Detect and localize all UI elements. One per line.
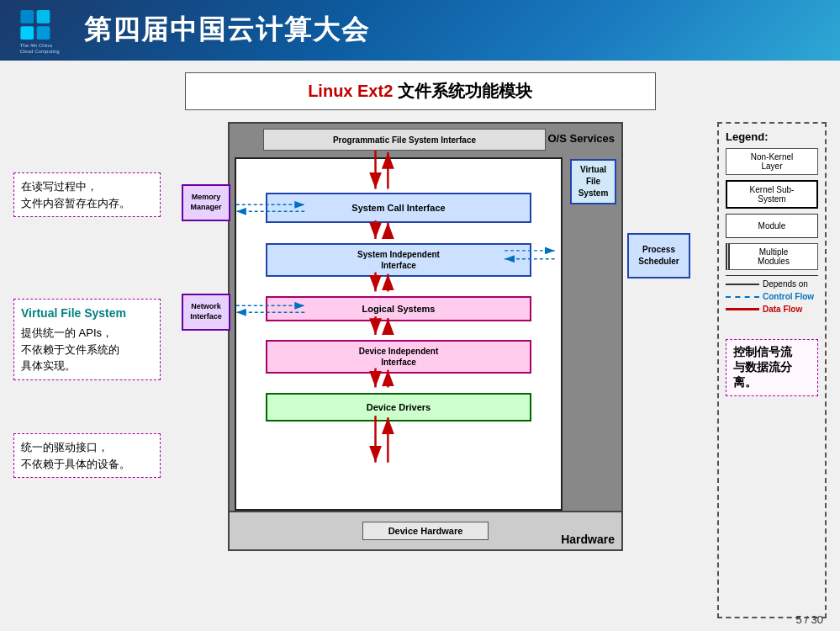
bottom-ann2: 与数据流分离。: [733, 360, 811, 390]
logical-systems-box: Logical Systems: [266, 296, 531, 321]
main-content: Linux Ext2 文件系统功能模块 在读写过程中， 文件内容暂存在内存。 V…: [0, 61, 840, 631]
legend-kernel-subsystem: Kernel Sub-System: [726, 180, 818, 209]
os-services-label: O/S Services: [548, 132, 615, 145]
legend-non-kernel: Non-KernelLayer: [726, 148, 818, 175]
legend-data-flow: Data Flow: [726, 305, 818, 314]
process-scheduler-box: ProcessScheduler: [627, 233, 690, 278]
legend-box: Legend: Non-KernelLayer Kernel Sub-Syste…: [717, 122, 827, 618]
annotation-3: 统一的驱动接口， 不依赖于具体的设备。: [13, 433, 161, 478]
outer-box: O/S Services Programmatic File System In…: [228, 122, 623, 551]
bottom-annotation-box: 控制信号流 与数据流分离。: [726, 339, 818, 396]
sys-call-interface-box: System Call Interface: [266, 193, 531, 223]
annotation-2: Virtual File System 提供统一的 APIs， 不依赖于文件系统…: [13, 299, 161, 380]
ann2-line2: 不依赖于文件系统的: [21, 342, 153, 358]
vfs-label-box: VirtualFileSystem: [570, 159, 616, 204]
dev-indep-interface-box: Device IndependentInterface: [266, 340, 531, 374]
header: The 4th China Cloud Computing 第四届中国云计算大会: [0, 0, 840, 61]
dev-drivers-box: Device Drivers: [266, 393, 531, 422]
ann3-line2: 不依赖于具体的设备。: [21, 456, 153, 473]
page-number: 5 / 30: [795, 613, 823, 626]
logo: The 4th China Cloud Computing: [17, 5, 76, 56]
svg-text:The 4th China: The 4th China: [20, 42, 53, 48]
left-annotations: 在读写过程中， 文件内容暂存在内存。 Virtual File System 提…: [13, 122, 161, 618]
diagram-area: 在读写过程中， 文件内容暂存在内存。 Virtual File System 提…: [13, 122, 827, 618]
dev-hardware-box: Device Hardware: [362, 522, 489, 540]
legend-multiple-modules: MultipleModules: [726, 243, 818, 270]
svg-rect-3: [37, 26, 50, 40]
annotation-1: 在读写过程中， 文件内容暂存在内存。: [13, 172, 161, 217]
ann2-line1: 提供统一的 APIs，: [21, 325, 153, 342]
ann1-text: 在读写过程中， 文件内容暂存在内存。: [21, 180, 130, 209]
legend-depends-on: Depends on: [726, 279, 818, 289]
legend-control-flow: Control Flow: [726, 292, 818, 301]
kernel-inner-area: System Call Interface System Independent…: [235, 157, 563, 511]
memory-manager-box: MemoryManager: [182, 184, 230, 221]
hardware-label: Hardware: [561, 533, 615, 546]
ann3-line1: 统一的驱动接口，: [21, 439, 153, 456]
legend-module: Module: [726, 214, 818, 238]
svg-text:Cloud Computing: Cloud Computing: [20, 48, 60, 54]
center-diagram: O/S Services Programmatic File System In…: [177, 122, 709, 618]
hardware-area: Device Hardware Hardware: [230, 511, 621, 549]
header-title: 第四届中国云计算大会: [84, 12, 370, 49]
legend-title: Legend:: [726, 130, 818, 143]
network-interface-box: NetworkInterface: [182, 294, 230, 331]
sys-indep-interface-box: System IndependentInterface: [266, 243, 531, 277]
ann2-line3: 具体实现。: [21, 358, 153, 374]
title-box: Linux Ext2 文件系统功能模块: [185, 72, 656, 110]
page-title: Linux Ext2 文件系统功能模块: [308, 82, 532, 100]
svg-rect-1: [37, 10, 50, 24]
prog-fs-box: Programmatic File System Interface: [263, 129, 546, 151]
svg-rect-2: [20, 26, 34, 40]
legend-separator: [726, 275, 818, 276]
svg-rect-0: [20, 10, 34, 24]
ann2-title: Virtual File System: [21, 305, 153, 322]
bottom-ann1: 控制信号流: [733, 345, 811, 360]
